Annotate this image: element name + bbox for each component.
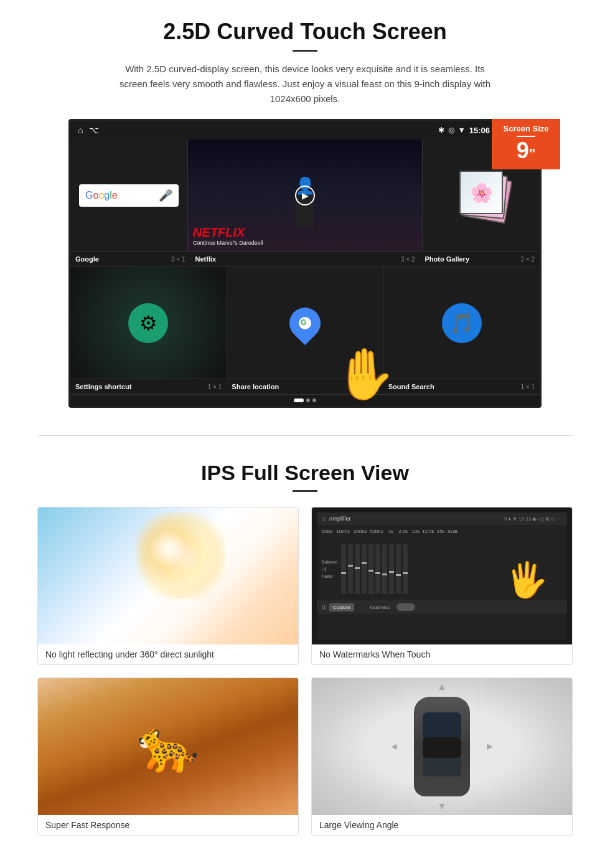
- status-bar-left: ⌂ ⌥: [78, 125, 99, 135]
- soundsearch-size: 1 × 1: [520, 384, 535, 390]
- badge-size: 9: [517, 138, 529, 163]
- device-container: Screen Size 9" ⌂ ⌥ ✱ ◎ ▼ 15:06 ◉ ◁) ⊠: [68, 119, 542, 408]
- location-icon: ◎: [448, 126, 454, 134]
- badge-divider: [517, 136, 535, 137]
- arrow-right: ►: [485, 741, 495, 752]
- voice-search-icon[interactable]: 🎤: [159, 189, 172, 202]
- netflix-subtitle: Continue Marvel's Daredevil: [193, 240, 263, 246]
- home-icon[interactable]: ⌂: [78, 125, 83, 135]
- usb-icon: ⌥: [89, 125, 99, 135]
- arrow-left: ◄: [389, 741, 399, 752]
- settings-size: 1 × 1: [208, 384, 222, 390]
- nav-dot-1: [294, 399, 304, 402]
- loudness-toggle[interactable]: [396, 603, 415, 611]
- ips-section: IPS Full Screen View No light reflecting…: [0, 455, 610, 848]
- sunlight-bg: [38, 507, 298, 644]
- google-label: Google 3 × 1: [70, 255, 190, 263]
- cheetah-caption: Super Fast Response: [38, 815, 298, 835]
- screen-size-badge: Screen Size 9": [492, 119, 560, 169]
- photo-frame-3: 🌸: [459, 171, 503, 214]
- eq-footer: ⟨⟨ Custom loudness: [317, 600, 567, 614]
- netflix-content: 👤 ▶ NETFLIX Continue Marvel's Daredevil: [188, 139, 422, 251]
- google-logo: Google: [85, 190, 118, 201]
- equalizer-image: ⌂ Amplifier 9 ♦ ▼ 17:33 ◉ ◁) ⊠ ▭ ← 60hz …: [312, 507, 572, 644]
- eq-bar-6: [375, 544, 380, 594]
- badge-label: Screen Size: [497, 124, 555, 133]
- arrow-up: ▲: [437, 681, 447, 692]
- sun-glow: [138, 512, 225, 599]
- eq-bar-9: [396, 544, 401, 594]
- photogallery-size: 2 × 2: [520, 256, 535, 263]
- feature-cheetah: 🐆 Super Fast Response: [37, 677, 299, 836]
- app-row-2: ⚙ G 🤚 �: [70, 267, 540, 379]
- android-screen: ⌂ ⌥ ✱ ◎ ▼ 15:06 ◉ ◁) ⊠ ▭: [68, 119, 542, 408]
- car-image: ◄ ► ▲ ▼: [312, 678, 572, 815]
- netflix-overlay: NETFLIX Continue Marvel's Daredevil: [193, 225, 263, 246]
- gmaps-pin: G: [283, 301, 327, 345]
- labels-row-2: Settings shortcut 1 × 1 Share location 1…: [70, 379, 540, 395]
- settings-label: Settings shortcut 1 × 1: [70, 383, 227, 390]
- settings-label-name: Settings shortcut: [75, 383, 131, 390]
- eq-bar-3: [355, 544, 360, 594]
- car-bg: ◄ ► ▲ ▼: [312, 678, 572, 815]
- car-caption: Large Viewing Angle: [312, 815, 572, 835]
- eq-app-label: Amplifier: [329, 516, 350, 522]
- feature-car: ◄ ► ▲ ▼ Large Viewing Angle: [311, 677, 573, 836]
- section1-title: 2.5D Curved Touch Screen: [37, 19, 573, 45]
- netflix-cell[interactable]: 👤 ▶ NETFLIX Continue Marvel's Daredevil: [188, 139, 423, 251]
- eq-bar-5: [368, 544, 373, 594]
- status-bar: ⌂ ⌥ ✱ ◎ ▼ 15:06 ◉ ◁) ⊠ ▭: [70, 121, 540, 139]
- eq-side-labels: Balance ◁) Fader: [322, 560, 337, 578]
- sunlight-image: [38, 507, 298, 644]
- app-row-1: Google 🎤 👤 ▶ NET: [70, 139, 540, 252]
- arrow-down: ▼: [437, 801, 447, 812]
- eq-bar-10: [403, 544, 408, 594]
- section2-title: IPS Full Screen View: [37, 461, 573, 485]
- netflix-label: Netflix 3 × 2: [190, 255, 420, 263]
- flower-icon: 🌸: [470, 181, 493, 203]
- play-button[interactable]: ▶: [295, 186, 315, 205]
- car-topview: ◄ ► ▲ ▼: [414, 697, 470, 796]
- settings-cell[interactable]: ⚙: [70, 267, 227, 379]
- eq-custom-btn[interactable]: Custom: [329, 603, 354, 611]
- cheetah-emoji: 🐆: [137, 717, 199, 776]
- netflix-label-name: Netflix: [195, 255, 217, 263]
- eq-bar-8: [389, 544, 394, 594]
- eq-header: ⌂ Amplifier 9 ♦ ▼ 17:33 ◉ ◁) ⊠ ▭ ←: [317, 512, 567, 525]
- google-search-bar[interactable]: Google 🎤: [79, 184, 179, 207]
- car-windshield: [423, 712, 461, 740]
- curved-screen-section: 2.5D Curved Touch Screen With 2.5D curve…: [0, 0, 610, 417]
- cheetah-bg: 🐆: [38, 678, 298, 815]
- badge-inch: ": [529, 146, 535, 161]
- nav-dot-3: [312, 399, 316, 402]
- netflix-size: 3 × 2: [401, 256, 415, 263]
- equalizer-caption: No Watermarks When Touch: [312, 644, 572, 664]
- eq-bar-7: [382, 544, 387, 594]
- car-body: [414, 697, 470, 796]
- eq-freq-labels: 60hz 100hz 200hz 500hz 1k 2.5k 10k 12.5k…: [317, 525, 567, 538]
- sound-icon-circle: 🎵: [442, 303, 482, 343]
- photogallery-label-name: Photo Gallery: [425, 255, 470, 263]
- shareloc-label-name: Share location: [232, 383, 279, 390]
- bluetooth-icon: ✱: [438, 126, 444, 134]
- nav-dots: [70, 395, 540, 406]
- sound-search-cell[interactable]: 🎵: [383, 267, 540, 379]
- photogallery-label: Photo Gallery 2 × 2: [420, 255, 540, 263]
- section1-description: With 2.5D curved-display screen, this de…: [112, 62, 498, 106]
- car-roof: [423, 737, 461, 759]
- soundsearch-label: Sound Search 1 × 1: [383, 383, 540, 390]
- section-divider-line: [37, 435, 573, 436]
- gmaps-icon-container: G: [289, 308, 321, 339]
- eq-sliders: Balance ◁) Fader: [317, 538, 567, 600]
- google-cell[interactable]: Google 🎤: [70, 139, 188, 251]
- google-label-name: Google: [75, 255, 99, 263]
- nav-dot-2: [306, 399, 310, 402]
- g-letter: G: [301, 318, 306, 327]
- status-time: 15:06: [469, 126, 490, 135]
- touch-hand: 🖐: [505, 560, 548, 600]
- feature-sunlight: No light reflecting under 360° direct su…: [37, 507, 299, 665]
- gmaps-center: G: [299, 317, 311, 329]
- hand-pointer: 🤚: [333, 345, 395, 403]
- eq-bar-2: [348, 544, 353, 594]
- share-location-cell[interactable]: G 🤚: [227, 267, 384, 379]
